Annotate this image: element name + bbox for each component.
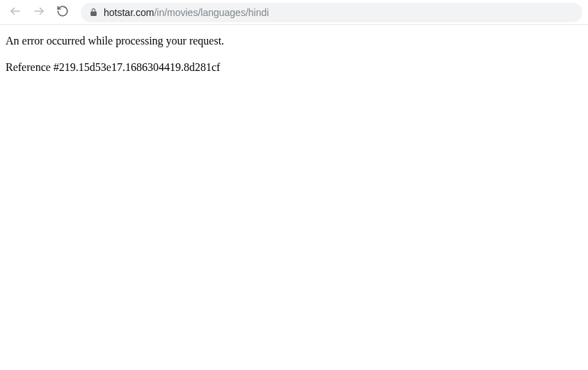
page-content: An error occurred while processing your …	[0, 25, 588, 95]
url-text: hotstar.com/in/movies/languages/hindi	[104, 7, 269, 18]
forward-button[interactable]	[29, 3, 49, 22]
reload-icon	[56, 5, 69, 19]
back-button[interactable]	[6, 3, 25, 22]
address-bar[interactable]: hotstar.com/in/movies/languages/hindi	[81, 3, 582, 22]
url-domain: hotstar.com	[104, 7, 154, 18]
reload-button[interactable]	[53, 3, 72, 22]
reference-line: Reference #219.15d53e17.1686304419.8d281…	[6, 60, 582, 75]
error-message: An error occurred while processing your …	[6, 33, 582, 49]
url-path: /in/movies/languages/hindi	[154, 7, 269, 18]
arrow-left-icon	[9, 5, 22, 19]
lock-icon	[89, 8, 98, 17]
browser-toolbar: hotstar.com/in/movies/languages/hindi	[0, 0, 588, 25]
arrow-right-icon	[33, 5, 45, 19]
